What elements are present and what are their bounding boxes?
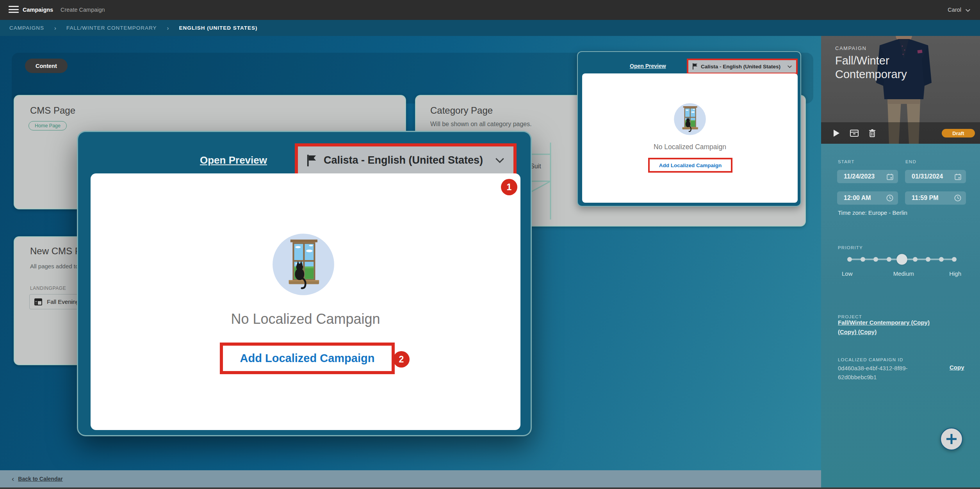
end-date-field[interactable]: 01/31/2024 — [905, 170, 966, 183]
language-dropdown[interactable]: Calista - English (United States) — [687, 59, 798, 74]
priority-tick[interactable] — [952, 257, 957, 262]
window-bottom-edge — [0, 487, 980, 489]
priority-high-label: High — [949, 270, 961, 277]
priority-medium-label: Medium — [893, 270, 914, 277]
breadcrumb-current-locale: ENGLISH (UNITED STATES) — [179, 25, 258, 31]
clock-icon — [954, 195, 961, 202]
cms-card-title: CMS Page — [30, 105, 75, 116]
flag-icon — [692, 63, 698, 70]
breadcrumb-campaigns[interactable]: CAMPAIGNS — [9, 25, 44, 31]
footer-bar: ‹ Back to Calendar — [0, 470, 821, 487]
priority-label: PRIORITY — [838, 245, 863, 250]
breadcrumb-campaign-name[interactable]: FALL/WINTER CONTEMPORARY — [66, 25, 157, 31]
back-to-calendar-link[interactable]: ‹ Back to Calendar — [12, 475, 63, 483]
content-tab-button[interactable]: Content — [25, 59, 68, 73]
trash-icon — [869, 129, 876, 137]
home-page-chip: Home Page — [29, 121, 67, 130]
empty-state-panel: No Localized Campaign Add Localized Camp… — [91, 173, 520, 430]
priority-slider[interactable] — [847, 254, 957, 265]
priority-tick[interactable] — [926, 257, 930, 262]
end-date-value: 01/31/2024 — [912, 173, 943, 180]
add-localized-campaign-link[interactable]: Add Localized Campaign — [240, 352, 375, 365]
add-localized-campaign-highlight: Add Localized Campaign — [220, 343, 395, 374]
category-card-title: Category Page — [430, 105, 493, 116]
start-time-value: 12:00 AM — [844, 195, 871, 202]
main-canvas: Content CMS Page Home Page Category Page… — [0, 36, 821, 489]
archive-button[interactable] — [850, 130, 859, 137]
language-dropdown-value: Calista - English (United States) — [701, 64, 780, 70]
localized-campaign-id-value: 0d460a38-e4bf-4312-8f89-62d0bbebc9b1 — [838, 364, 930, 382]
plus-icon — [945, 433, 958, 445]
add-localized-campaign-highlight: Add Localized Campaign — [648, 158, 732, 173]
chevron-down-icon — [787, 65, 792, 68]
play-icon — [833, 129, 840, 137]
open-preview-link[interactable]: Open Preview — [200, 154, 267, 166]
campaign-title: Fall/Winter Contemporary — [835, 54, 925, 82]
end-time-field[interactable]: 11:59 PM — [905, 191, 966, 205]
priority-tick[interactable] — [913, 257, 918, 262]
back-to-calendar-label: Back to Calendar — [18, 476, 62, 482]
project-link[interactable]: Fall/Winter Contemporary (Copy) (Copy) (… — [838, 318, 935, 337]
cat-window-illustration — [673, 102, 707, 136]
start-date-value: 11/24/2023 — [844, 173, 875, 180]
breadcrumb: CAMPAIGNS › FALL/WINTER CONTEMPORARY › E… — [0, 20, 980, 36]
callout-step-2-badge: 2 — [393, 351, 410, 368]
category-node-suit: Suit — [530, 163, 541, 170]
top-app-bar: Campaigns Create Campaign Carol — [0, 0, 980, 20]
start-label: START — [838, 159, 855, 164]
activate-button[interactable] — [833, 129, 840, 137]
breadcrumb-separator: › — [167, 25, 169, 31]
priority-scale-labels: Low Medium High — [842, 270, 961, 277]
user-menu[interactable]: Carol — [948, 0, 961, 20]
copy-id-link[interactable]: Copy — [950, 364, 964, 371]
priority-tick[interactable] — [873, 257, 878, 262]
priority-handle-medium[interactable] — [896, 254, 907, 265]
chevron-down-icon — [965, 9, 971, 12]
flag-icon — [306, 154, 317, 167]
campaign-actions-toolbar: Draft — [821, 122, 980, 144]
campaign-cover-photo: CAMPAIGN Fall/Winter Contemporary — [821, 36, 980, 144]
open-preview-link[interactable]: Open Preview — [630, 63, 666, 69]
landingpage-group-label: LANDINGPAGE — [30, 286, 66, 291]
nav-item-create-campaign[interactable]: Create Campaign — [61, 0, 105, 20]
empty-state-title: No Localized Campaign — [91, 311, 520, 327]
end-label: END — [905, 159, 916, 164]
category-card-subtitle: Will be shown on all category pages. — [430, 121, 532, 128]
campaign-sidebar: CAMPAIGN Fall/Winter Contemporary — [821, 36, 980, 489]
start-date-field[interactable]: 11/24/2023 — [837, 170, 898, 183]
priority-low-label: Low — [842, 270, 853, 277]
menu-icon[interactable] — [9, 6, 19, 14]
callout-step-1-badge: 1 — [501, 179, 517, 195]
language-dropdown-value: Calista - English (United States) — [324, 154, 483, 166]
calendar-icon — [887, 173, 893, 180]
localized-preview-panel: Open Preview Calista - English (United S… — [577, 51, 801, 207]
add-localized-campaign-link[interactable]: Add Localized Campaign — [659, 162, 722, 168]
empty-state-panel: No Localized Campaign Add Localized Camp… — [582, 73, 798, 203]
priority-tick[interactable] — [939, 257, 944, 262]
chevron-down-icon — [495, 157, 505, 164]
cat-window-illustration — [271, 232, 336, 297]
empty-state-title: No Localized Campaign — [582, 143, 798, 151]
nav-item-campaigns[interactable]: Campaigns — [23, 0, 53, 20]
page-layout-icon — [34, 298, 42, 305]
delete-button[interactable] — [869, 129, 876, 137]
status-badge: Draft — [942, 129, 975, 137]
timezone-text: Time zone: Europe - Berlin — [838, 209, 907, 216]
language-dropdown[interactable]: Calista - English (United States) — [295, 143, 517, 177]
chevron-left-icon: ‹ — [12, 475, 14, 483]
app-root: Campaigns Create Campaign Carol CAMPAIGN… — [0, 0, 980, 489]
start-time-field[interactable]: 12:00 AM — [837, 191, 898, 205]
localized-campaign-id-label: LOCALIZED CAMPAIGN ID — [838, 357, 903, 362]
clock-icon — [886, 195, 893, 202]
calendar-icon — [955, 173, 961, 180]
archive-icon — [850, 130, 859, 137]
end-time-value: 11:59 PM — [912, 195, 938, 202]
add-button[interactable] — [940, 428, 963, 450]
breadcrumb-separator: › — [54, 25, 56, 31]
priority-tick[interactable] — [887, 257, 891, 262]
priority-tick[interactable] — [847, 257, 852, 262]
localized-preview-callout-modal: Open Preview Calista - English (United S… — [77, 131, 532, 436]
campaign-section-label: CAMPAIGN — [835, 45, 866, 51]
priority-tick[interactable] — [861, 257, 865, 262]
